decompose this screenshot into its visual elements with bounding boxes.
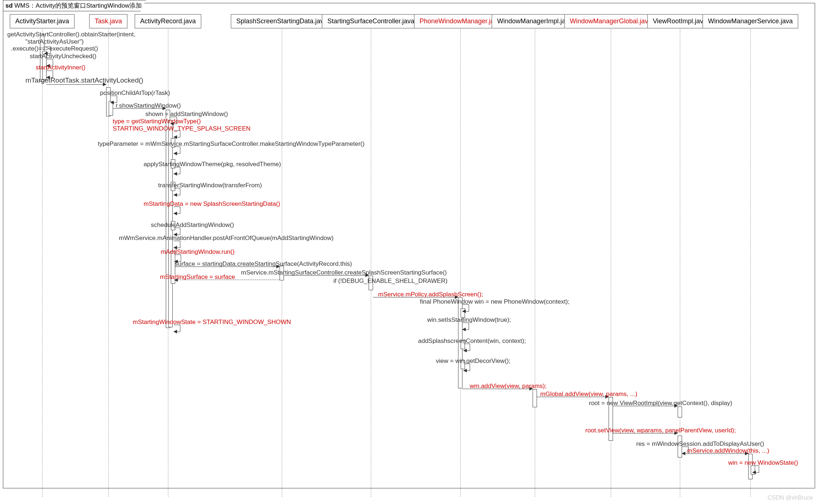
participant-window-mgr-service: WindowManagerService.java — [702, 14, 798, 28]
msg18: if (!DEBUG_ENABLE_SHELL_DRAWER) — [333, 277, 448, 285]
lifeline-phone-window-mgr — [460, 25, 461, 497]
msg25: root = new ViewRootImpl(view.getContext(… — [589, 400, 732, 407]
participant-splash-data: SplashScreenStartingData.java — [231, 14, 333, 28]
participant-task: Task.java — [89, 14, 127, 28]
self5 — [111, 96, 117, 103]
title-prefix: sd — [5, 2, 13, 9]
msg19b: final PhoneWindow win = new PhoneWindow(… — [420, 298, 570, 305]
msg2: startActivityUnchecked() — [30, 53, 96, 60]
msg7: shown = addStartingWindow() — [145, 111, 228, 118]
msg22: view = win.getDecorView(); — [436, 357, 510, 365]
diagram-frame — [3, 3, 815, 488]
lifeline-view-root — [680, 25, 680, 497]
self20 — [462, 323, 469, 330]
self11 — [174, 188, 180, 195]
watermark: CSDN @xhBruce — [767, 495, 813, 501]
self14 — [174, 241, 180, 248]
msg28: mService.addWindow(this, ...) — [687, 447, 769, 455]
lifeline-activity-starter — [42, 25, 43, 497]
msg4: mTargetRootTask.startActivityLocked() — [25, 76, 143, 84]
msg16: surface = startingData.createStartingSur… — [175, 260, 352, 268]
self31 — [174, 325, 180, 332]
msg23: wm.addView(view, params); — [470, 383, 546, 390]
self13 — [174, 228, 180, 235]
lifeline-window-mgr-impl — [535, 25, 535, 497]
lifeline-surface-controller — [371, 25, 371, 497]
self12 — [174, 207, 180, 214]
self29 — [753, 465, 759, 473]
diagram-title: sd WMS：Activity的预览窗口StartingWindow添加 — [3, 0, 146, 11]
self9 — [174, 147, 180, 154]
msg17: mService.mStartingSurfaceController.crea… — [241, 269, 447, 276]
msg21: addSplashscreenContent(win, context); — [418, 337, 526, 345]
msg8: type = getStartingWindowType() STARTING_… — [113, 118, 250, 132]
msg24: mGlobal.addView(view, params, ...) — [540, 391, 637, 398]
msg29: win = new WindowState() — [728, 459, 798, 467]
act-vr — [678, 407, 682, 417]
msg14: mWmService.mAnimationHandler.postAtFront… — [119, 235, 334, 242]
self10 — [174, 167, 180, 174]
msg12: mStartingData = new SplashScreenStarting… — [144, 200, 280, 208]
participant-activity-starter: ActivityStarter.java — [10, 14, 75, 28]
msg10: applyStartingWindowTheme(pkg, resolvedTh… — [144, 161, 281, 168]
msg9: typeParameter = mWmService.mStartingSurf… — [98, 140, 365, 148]
msg13: scheduleAddStartingWindow() — [151, 221, 234, 229]
msg11: transferStartingWindow(transferFrom) — [158, 182, 262, 189]
lifeline-window-mgr-service — [750, 25, 751, 497]
act-wmi — [533, 389, 537, 407]
participant-window-mgr-global: WindowManagerGlobal.java — [564, 14, 657, 28]
self21 — [464, 344, 470, 351]
msg1: getActivityStartController().obtainStart… — [7, 31, 102, 52]
msg31: mStartingWindowState = STARTING_WINDOW_S… — [133, 319, 291, 326]
self22 — [464, 364, 470, 371]
msg30: mStartingSurface = surface — [160, 273, 235, 281]
participant-activity-record: ActivityRecord.java — [135, 14, 201, 28]
msg6: r.showStartingWindow() — [116, 102, 181, 109]
msg3: startActivityInner() — [36, 64, 85, 71]
msg15: mAddStartingWindow.run() — [161, 248, 234, 256]
msg26: root.setView(view, wparams, panelParentV… — [585, 427, 736, 434]
msg20: win.setIsStartingWindow(true); — [427, 316, 511, 324]
msg27: res = mWindowSession.addToDisplayAsUser(… — [636, 440, 764, 448]
msg19: mService.mPolicy.addSplashScreen(); — [378, 291, 483, 298]
participant-surface-controller: StartingSurfaceController.java — [322, 14, 420, 28]
msg5: positionChildAtTop(rTask) — [100, 89, 170, 97]
title-text: WMS：Activity的预览窗口StartingWindow添加 — [15, 2, 142, 9]
arr4 — [47, 84, 106, 85]
self19b — [462, 304, 469, 312]
